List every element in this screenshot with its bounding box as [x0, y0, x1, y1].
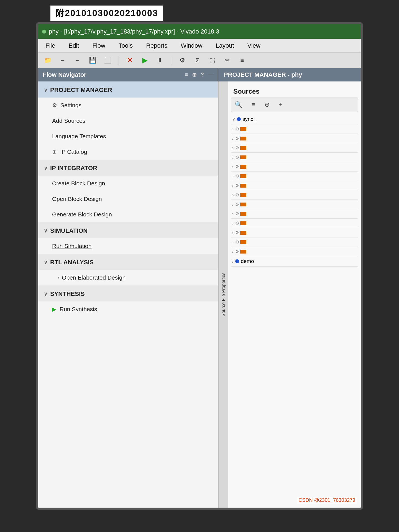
- run-simulation-label: Run Simulation: [52, 243, 91, 249]
- simulation-label: SIMULATION: [50, 227, 88, 234]
- rtl-analysis-label: RTL ANALYSIS: [50, 259, 94, 266]
- help-icon[interactable]: ?: [201, 71, 204, 78]
- save-button[interactable]: 💾: [88, 55, 98, 65]
- synthesis-items: ▶ Run Synthesis: [38, 301, 218, 317]
- open-elaborated-label: Open Elaborated Design: [62, 274, 126, 281]
- source-row-9[interactable]: › ⚙: [231, 200, 358, 209]
- stop-button[interactable]: ✕: [125, 55, 135, 65]
- settings-sm-icon-3: ⚙: [235, 145, 239, 150]
- ip-integrator-header[interactable]: ∨ IP INTEGRATOR: [38, 160, 218, 176]
- source-row-7[interactable]: › ⚙: [231, 181, 358, 190]
- menu-view[interactable]: View: [246, 41, 262, 50]
- step-button[interactable]: ⬚: [207, 55, 217, 65]
- unknown-button[interactable]: ⬜: [103, 55, 112, 65]
- ip-catalog-icon: ⊕: [52, 149, 57, 155]
- settings-sm-icon-13: ⚙: [235, 239, 239, 245]
- nav-content: ∨ PROJECT MANAGER ⚙ Settings Add Sources…: [38, 81, 218, 508]
- pin-icon[interactable]: ⊕: [192, 71, 197, 78]
- settings-label: Settings: [60, 102, 81, 109]
- rtl-analysis-header[interactable]: ∨ RTL ANALYSIS: [38, 254, 218, 270]
- source-row-1[interactable]: › ⚙: [231, 124, 358, 134]
- create-block-label: Create Block Design: [52, 180, 105, 187]
- source-row-13[interactable]: › ⚙: [231, 237, 358, 247]
- expand-icon-sync: ∨: [232, 117, 235, 122]
- rect-orange-10: [240, 212, 246, 216]
- chevron-r-8: ›: [232, 193, 234, 197]
- open-elaborated-item[interactable]: › Open Elaborated Design: [38, 270, 218, 285]
- chevron-r-11: ›: [232, 221, 234, 226]
- run-synthesis-item[interactable]: ▶ Run Synthesis: [38, 301, 218, 317]
- synthesis-header[interactable]: ∨ SYNTHESIS: [38, 285, 218, 301]
- menu-window[interactable]: Window: [179, 41, 204, 50]
- monitor-frame: phy - [I:/phy_17/v.phy_17_183/phy_17/phy…: [36, 22, 363, 510]
- language-templates-item[interactable]: Language Templates: [38, 129, 218, 144]
- settings-button[interactable]: ⚙: [177, 55, 187, 65]
- open-block-item[interactable]: Open Block Design: [38, 191, 218, 207]
- sources-search-button[interactable]: 🔍: [232, 100, 244, 109]
- menu-edit[interactable]: Edit: [67, 41, 81, 50]
- project-manager-header[interactable]: ∨ PROJECT MANAGER: [38, 81, 218, 98]
- rtl-analysis-items: › Open Elaborated Design: [38, 270, 218, 285]
- source-row-3[interactable]: › ⚙: [231, 143, 358, 153]
- chevron-r-4: ›: [232, 155, 234, 160]
- rect-orange-2: [240, 137, 246, 140]
- sources-filter-button[interactable]: ⊕: [262, 100, 272, 109]
- open-block-label: Open Block Design: [52, 196, 102, 202]
- rect-orange-9: [240, 203, 246, 206]
- sigma-button[interactable]: Σ: [192, 55, 202, 65]
- edit-button[interactable]: ✏: [222, 55, 232, 65]
- pause-button[interactable]: ⏸: [155, 55, 165, 65]
- source-row-4[interactable]: › ⚙: [231, 153, 358, 162]
- minimize-icon[interactable]: —: [208, 71, 213, 78]
- source-row-sync[interactable]: ∨ sync_: [231, 114, 358, 124]
- panel-header-icons: ≡ ⊕ ? —: [185, 71, 213, 78]
- chevron-r-13: ›: [232, 240, 234, 244]
- menu-flow[interactable]: Flow: [91, 41, 107, 50]
- open-folder-button[interactable]: 📁: [43, 55, 53, 65]
- source-row-demo[interactable]: › demo: [231, 256, 358, 267]
- back-button[interactable]: ←: [58, 55, 68, 65]
- ip-integrator-items: Create Block Design Open Block Design Ge…: [38, 176, 218, 222]
- simulation-header[interactable]: ∨ SIMULATION: [38, 222, 218, 238]
- menu-reports[interactable]: Reports: [144, 41, 169, 50]
- menu-layout[interactable]: Layout: [214, 41, 236, 50]
- chevron-down-icon-2: ∨: [44, 165, 47, 171]
- collapse-all-icon[interactable]: ≡: [185, 71, 188, 78]
- menu-file[interactable]: File: [44, 41, 57, 50]
- source-row-10[interactable]: › ⚙: [231, 209, 358, 219]
- chevron-r-9: ›: [232, 202, 234, 207]
- run-button[interactable]: ▶: [140, 55, 150, 65]
- chevron-r-7: ›: [232, 183, 234, 188]
- source-row-6[interactable]: › ⚙: [231, 172, 358, 181]
- forward-button[interactable]: →: [73, 55, 83, 65]
- play-icon: ▶: [52, 306, 56, 313]
- source-row-14[interactable]: › ⚙: [231, 247, 358, 256]
- source-row-12[interactable]: › ⚙: [231, 228, 358, 237]
- sources-sort-button[interactable]: ≡: [249, 100, 257, 109]
- project-manager-items: ⚙ Settings Add Sources Language Template…: [38, 98, 218, 160]
- source-row-5[interactable]: › ⚙: [231, 162, 358, 172]
- rect-orange-11: [240, 221, 246, 225]
- sources-add-button[interactable]: +: [277, 100, 285, 109]
- rtl-analysis-section: ∨ RTL ANALYSIS › Open Elaborated Design: [38, 254, 218, 285]
- source-row-8[interactable]: › ⚙: [231, 190, 358, 200]
- chevron-r-10: ›: [232, 211, 234, 216]
- chevron-right-icon: ›: [58, 275, 59, 280]
- source-row-2[interactable]: › ⚙: [231, 134, 358, 143]
- flow-navigator-title: Flow Navigator: [43, 71, 86, 78]
- source-file-properties-tab[interactable]: Source File Properties: [218, 81, 228, 508]
- create-block-item[interactable]: Create Block Design: [38, 176, 218, 191]
- simulation-section: ∨ SIMULATION Run Simulation: [38, 222, 218, 254]
- chevron-r-1: ›: [232, 127, 234, 131]
- source-row-11[interactable]: › ⚙: [231, 219, 358, 228]
- generate-block-item[interactable]: Generate Block Design: [38, 207, 218, 222]
- menu-tools[interactable]: Tools: [117, 41, 134, 50]
- add-sources-item[interactable]: Add Sources: [38, 113, 218, 129]
- ip-catalog-item[interactable]: ⊕ IP Catalog: [38, 144, 218, 160]
- settings-item[interactable]: ⚙ Settings: [38, 98, 218, 113]
- run-simulation-item[interactable]: Run Simulation: [38, 238, 218, 254]
- gear-icon: ⚙: [52, 102, 57, 109]
- flow-navigator-header: Flow Navigator ≡ ⊕ ? —: [38, 68, 218, 81]
- more-button[interactable]: ≡: [237, 55, 247, 65]
- settings-sm-icon-2: ⚙: [235, 136, 239, 141]
